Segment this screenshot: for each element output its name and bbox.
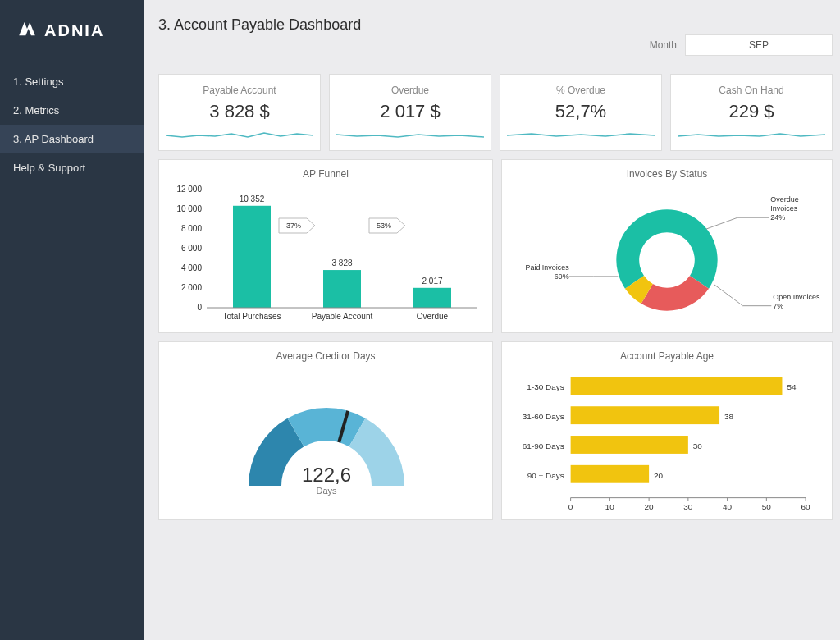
kpi-label: % Overdue <box>507 85 655 96</box>
svg-text:10 000: 10 000 <box>176 204 202 213</box>
header: 3. Account Payable Dashboard Month SEP <box>158 16 833 56</box>
svg-text:10: 10 <box>605 502 615 511</box>
panel-invoices-by-status: Invoices By Status Paid Invoices69%Overd… <box>501 159 833 333</box>
panel-title: Average Creditor Days <box>169 350 482 362</box>
sidebar-item-ap-dashboard[interactable]: 3. AP Dashboard <box>0 125 144 153</box>
sparkline-icon <box>678 126 825 142</box>
svg-text:37%: 37% <box>286 222 301 230</box>
svg-text:20: 20 <box>645 502 655 511</box>
svg-text:20: 20 <box>654 471 664 480</box>
brand-mark-icon <box>16 18 38 43</box>
svg-text:53%: 53% <box>377 222 391 230</box>
kpi-value: 52,7% <box>507 101 655 122</box>
svg-rect-7 <box>233 206 271 308</box>
svg-text:8 000: 8 000 <box>181 224 202 233</box>
svg-text:40: 40 <box>723 502 733 511</box>
svg-text:0: 0 <box>568 502 573 511</box>
panel-ap-funnel: AP Funnel 02 0004 0006 0008 00010 00012 … <box>158 159 493 333</box>
kpi-value: 3 828 $ <box>166 101 313 122</box>
svg-text:30: 30 <box>693 441 703 450</box>
svg-text:Paid Invoices: Paid Invoices <box>525 263 569 272</box>
svg-text:0: 0 <box>197 303 202 312</box>
brand-logo: ADNIA <box>0 0 144 67</box>
kpi-label: Overdue <box>336 85 484 96</box>
svg-text:31-60 Days: 31-60 Days <box>523 412 564 421</box>
main-content: 3. Account Payable Dashboard Month SEP P… <box>144 0 840 640</box>
page-title: 3. Account Payable Dashboard <box>158 16 361 34</box>
kpi-cash-on-hand: Cash On Hand 229 $ <box>670 74 833 151</box>
svg-text:54: 54 <box>787 382 797 391</box>
svg-text:10 352: 10 352 <box>240 194 265 203</box>
sparkline-icon <box>166 126 313 142</box>
svg-text:2 000: 2 000 <box>181 283 202 292</box>
kpi-pct-overdue: % Overdue 52,7% <box>500 74 662 151</box>
svg-text:Total Purchases: Total Purchases <box>222 312 281 321</box>
svg-text:61-90 Days: 61-90 Days <box>523 441 564 450</box>
gauge-value: 122,6 <box>302 464 351 486</box>
svg-text:90 + Days: 90 + Days <box>527 471 564 480</box>
kpi-overdue: Overdue 2 017 $ <box>329 74 491 151</box>
svg-text:60: 60 <box>801 502 811 511</box>
brand-name: ADNIA <box>44 21 104 40</box>
svg-text:Overdue: Overdue <box>770 195 798 203</box>
svg-text:Open Invoices: Open Invoices <box>773 293 820 301</box>
svg-text:Invoices: Invoices <box>770 204 797 213</box>
chart-ap-age: 1-30 Days5431-60 Days3861-90 Days3090 + … <box>512 367 822 514</box>
month-field[interactable]: SEP <box>685 34 833 56</box>
panel-ap-age: Account Payable Age 1-30 Days5431-60 Day… <box>501 341 833 520</box>
chart-invoices-by-status: Paid Invoices69%OverdueInvoices24%Open I… <box>512 185 822 326</box>
svg-text:6 000: 6 000 <box>181 244 202 253</box>
month-selector: Month SEP <box>650 34 833 56</box>
gauge-unit: Days <box>316 486 337 496</box>
svg-rect-31 <box>571 406 719 424</box>
chart-ap-funnel: 02 0004 0006 0008 00010 00012 000 10 352… <box>169 185 484 326</box>
kpi-label: Payable Account <box>166 85 313 96</box>
sidebar-item-metrics[interactable]: 2. Metrics <box>0 96 144 125</box>
sparkline-icon <box>336 126 484 142</box>
kpi-label: Cash On Hand <box>678 85 825 96</box>
panel-title: AP Funnel <box>169 168 482 180</box>
svg-text:3 828: 3 828 <box>331 258 352 267</box>
svg-text:Payable Account: Payable Account <box>312 312 373 321</box>
panel-title: Invoices By Status <box>512 168 822 180</box>
sidebar-item-settings[interactable]: 1. Settings <box>0 67 144 96</box>
svg-text:2 017: 2 017 <box>422 277 442 286</box>
svg-text:4 000: 4 000 <box>181 263 202 272</box>
kpi-payable-account: Payable Account 3 828 $ <box>158 74 321 151</box>
kpi-row: Payable Account 3 828 $ Overdue 2 017 $ … <box>158 74 833 151</box>
svg-text:1-30 Days: 1-30 Days <box>527 382 564 391</box>
svg-text:12 000: 12 000 <box>176 185 202 194</box>
svg-text:69%: 69% <box>555 272 569 281</box>
svg-text:50: 50 <box>762 502 772 511</box>
panel-title: Account Payable Age <box>512 350 822 362</box>
svg-rect-10 <box>323 270 361 308</box>
svg-rect-37 <box>571 465 649 483</box>
sparkline-icon <box>507 126 655 142</box>
svg-text:24%: 24% <box>770 213 785 222</box>
svg-rect-13 <box>413 288 451 308</box>
month-label: Month <box>650 39 677 51</box>
panel-avg-creditor-days: Average Creditor Days 122,6 Days <box>158 341 493 520</box>
svg-text:38: 38 <box>724 412 734 421</box>
svg-rect-34 <box>571 436 688 454</box>
sidebar-item-help[interactable]: Help & Support <box>0 153 144 182</box>
chart-avg-creditor-days: 122,6 Days <box>169 367 484 514</box>
svg-text:7%: 7% <box>773 302 783 310</box>
kpi-value: 2 017 $ <box>336 101 484 122</box>
sidebar: ADNIA 1. Settings 2. Metrics 3. AP Dashb… <box>0 0 144 640</box>
svg-rect-28 <box>571 377 783 395</box>
svg-text:30: 30 <box>683 502 693 511</box>
kpi-value: 229 $ <box>678 101 825 122</box>
svg-text:Overdue: Overdue <box>417 312 449 321</box>
